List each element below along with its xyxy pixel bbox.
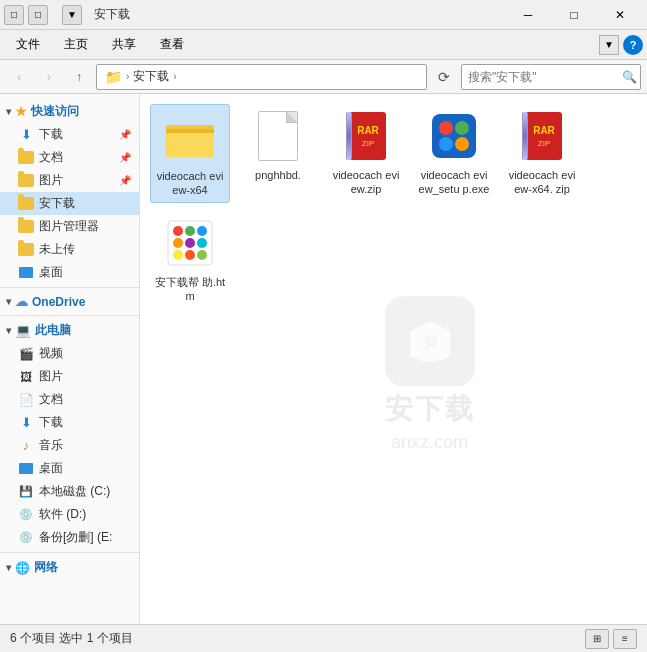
- refresh-button[interactable]: ⟳: [431, 64, 457, 90]
- sidebar-item-drive-e-label: 备份[勿删] (E:: [39, 529, 112, 546]
- file-item-zip-name: videocach eview.zip: [330, 168, 402, 197]
- title-bar-title: 安下载: [86, 6, 505, 23]
- title-bar: □ □ ▼ 安下载 ─ □ ✕: [0, 0, 647, 30]
- video-icon: 🎬: [18, 346, 34, 362]
- file-item-pnghhbd[interactable]: pnghhbd.: [238, 104, 318, 203]
- sidebar-item-picmgr[interactable]: 图片管理器: [0, 215, 139, 238]
- file-item-zip[interactable]: RAR ZIP videocach eview.zip: [326, 104, 406, 203]
- sidebar-item-pictures2-label: 图片: [39, 368, 63, 385]
- view-list-button[interactable]: ≡: [613, 629, 637, 649]
- path-arrow: ›: [126, 71, 129, 82]
- drive-e-icon: 💿: [18, 530, 34, 546]
- svg-rect-2: [166, 129, 214, 157]
- sidebar-item-drive-d[interactable]: 💿 软件 (D:): [0, 503, 139, 526]
- plain-file-icon: [250, 108, 306, 164]
- sidebar: ▾ ★ 快速访问 ⬇ 下载 📌 文档 📌 图片 📌 安下载 图片管理器: [0, 94, 140, 624]
- watermark-subtext: anxz.com: [391, 432, 468, 453]
- sidebar-item-docs[interactable]: 文档 📌: [0, 146, 139, 169]
- search-input[interactable]: [468, 70, 618, 84]
- minimize-button[interactable]: ─: [505, 0, 551, 30]
- sidebar-item-video[interactable]: 🎬 视频: [0, 342, 139, 365]
- path-arrow2: ›: [173, 71, 176, 82]
- svg-text:RAR: RAR: [533, 125, 555, 136]
- file-item-exe[interactable]: videocach eview_setu p.exe: [414, 104, 494, 203]
- music-icon: ♪: [18, 438, 34, 454]
- rar-red-icon: RAR ZIP: [338, 108, 394, 164]
- sidebar-item-drive-e[interactable]: 💿 备份[勿删] (E:: [0, 526, 139, 549]
- svg-point-13: [439, 137, 453, 151]
- sidebar-item-music[interactable]: ♪ 音乐: [0, 434, 139, 457]
- svg-rect-7: [347, 112, 351, 160]
- sidebar-quick-access-header[interactable]: ▾ ★ 快速访问: [0, 100, 139, 123]
- menu-share[interactable]: 共享: [100, 32, 148, 57]
- svg-rect-4: [166, 129, 214, 133]
- htm-icon: [162, 215, 218, 271]
- sidebar-onedrive-header[interactable]: ▾ ☁ OneDrive: [0, 291, 139, 312]
- sidebar-item-download[interactable]: ⬇ 下载 📌: [0, 123, 139, 146]
- menu-home[interactable]: 主页: [52, 32, 100, 57]
- folder-unuploaded-icon: [18, 242, 34, 258]
- address-path[interactable]: 📁 › 安下载 ›: [96, 64, 427, 90]
- forward-button[interactable]: ›: [36, 64, 62, 90]
- sidebar-item-anxz[interactable]: 安下载: [0, 192, 139, 215]
- sidebar-item-desktop1-label: 桌面: [39, 264, 63, 281]
- help-button[interactable]: ?: [623, 35, 643, 55]
- network-label: 网络: [34, 559, 58, 576]
- menu-file[interactable]: 文件: [4, 32, 52, 57]
- back-button[interactable]: ‹: [6, 64, 32, 90]
- status-text: 6 个项目 选中 1 个项目: [10, 630, 585, 647]
- sidebar-network-header[interactable]: ▾ 🌐 网络: [0, 556, 139, 579]
- rar-blue-icon: RAR ZIP: [514, 108, 570, 164]
- tb-quick-access[interactable]: □: [4, 5, 24, 25]
- network-icon: 🌐: [15, 561, 30, 575]
- sidebar-item-music-label: 音乐: [39, 437, 63, 454]
- sidebar-item-pictures[interactable]: 图片 📌: [0, 169, 139, 192]
- watermark-icon: 安: [385, 296, 475, 386]
- watermark-text: 安下载: [385, 390, 475, 428]
- maximize-button[interactable]: □: [551, 0, 597, 30]
- chevron-pc-icon: ▾: [6, 325, 11, 336]
- svg-point-28: [185, 250, 195, 260]
- up-button[interactable]: ↑: [66, 64, 92, 90]
- sidebar-item-desktop2[interactable]: 桌面: [0, 457, 139, 480]
- view-grid-button[interactable]: ⊞: [585, 629, 609, 649]
- svg-point-14: [455, 137, 469, 151]
- pc-label: 此电脑: [35, 322, 71, 339]
- sidebar-item-unuploaded[interactable]: 未上传: [0, 238, 139, 261]
- sidebar-item-docs2-label: 文档: [39, 391, 63, 408]
- sidebar-item-download-label: 下载: [39, 126, 63, 143]
- sidebar-item-drive-c-label: 本地磁盘 (C:): [39, 483, 110, 500]
- divider1: [0, 287, 139, 288]
- menu-bar: 文件 主页 共享 查看 ▼ ?: [0, 30, 647, 60]
- file-item-zip2[interactable]: RAR ZIP videocach eview-x64. zip: [502, 104, 582, 203]
- pin-icon2: 📌: [119, 152, 131, 163]
- sidebar-item-drive-c[interactable]: 💾 本地磁盘 (C:): [0, 480, 139, 503]
- sidebar-item-docs-label: 文档: [39, 149, 63, 166]
- svg-rect-10: [432, 114, 476, 158]
- svg-point-26: [197, 238, 207, 248]
- svg-text:ZIP: ZIP: [538, 139, 550, 148]
- tb-btn2[interactable]: ▼: [62, 5, 82, 25]
- svg-point-25: [185, 238, 195, 248]
- svg-point-22: [185, 226, 195, 236]
- sidebar-item-download2[interactable]: ⬇ 下载: [0, 411, 139, 434]
- sidebar-item-drive-d-label: 软件 (D:): [39, 506, 86, 523]
- chevron-down-btn[interactable]: ▼: [599, 35, 619, 55]
- sidebar-item-desktop1[interactable]: 桌面: [0, 261, 139, 284]
- menu-view[interactable]: 查看: [148, 32, 196, 57]
- sidebar-item-pictures2[interactable]: 🖼 图片: [0, 365, 139, 388]
- desktop-icon1: [18, 265, 34, 281]
- file-item-htm[interactable]: 安下载帮 助.htm: [150, 211, 230, 308]
- close-button[interactable]: ✕: [597, 0, 643, 30]
- sidebar-pc-header[interactable]: ▾ 💻 此电脑: [0, 319, 139, 342]
- folder-pics-icon: [18, 173, 34, 189]
- tb-btn1[interactable]: □: [28, 5, 48, 25]
- sidebar-item-desktop2-label: 桌面: [39, 460, 63, 477]
- search-box[interactable]: 🔍: [461, 64, 641, 90]
- sidebar-item-docs2[interactable]: 📄 文档: [0, 388, 139, 411]
- status-bar: 6 个项目 选中 1 个项目 ⊞ ≡: [0, 624, 647, 652]
- watermark: 安 安下载 anxz.com: [385, 296, 475, 453]
- chevron-network-icon: ▾: [6, 562, 11, 573]
- file-item-folder-x64[interactable]: videocach eview-x64: [150, 104, 230, 203]
- sidebar-item-video-label: 视频: [39, 345, 63, 362]
